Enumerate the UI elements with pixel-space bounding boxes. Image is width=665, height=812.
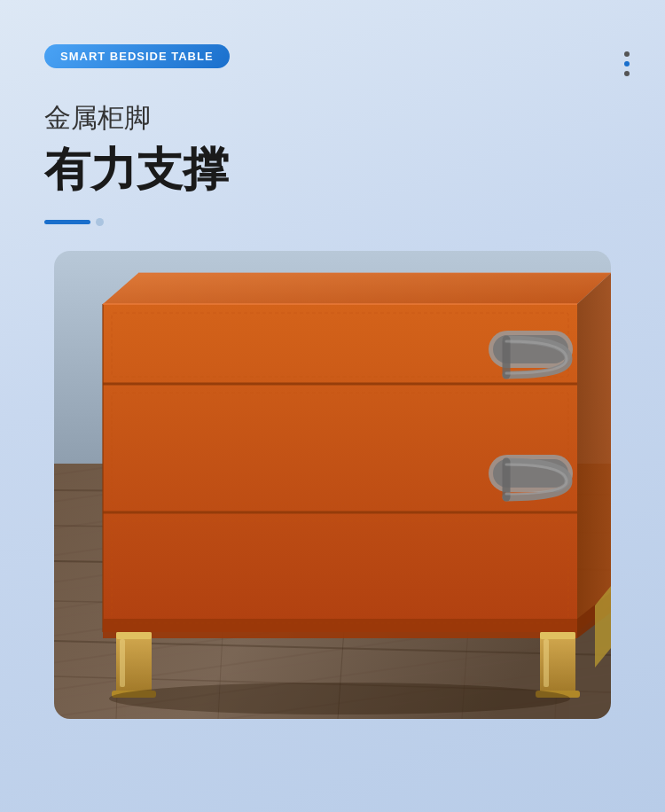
svg-rect-38 xyxy=(540,632,575,639)
svg-point-43 xyxy=(109,683,570,714)
divider-line xyxy=(44,220,90,224)
svg-rect-36 xyxy=(120,639,125,687)
page-container: SMART BEDSIDE TABLE 金属柜脚 有力支撑 xyxy=(0,0,665,812)
main-title: 有力支撑 xyxy=(44,142,621,197)
svg-marker-18 xyxy=(577,273,611,632)
svg-rect-39 xyxy=(544,639,549,687)
divider-dot xyxy=(96,218,104,226)
section-divider xyxy=(44,218,621,226)
svg-rect-32 xyxy=(103,619,577,638)
dot-1 xyxy=(624,51,630,57)
product-badge: SMART BEDSIDE TABLE xyxy=(44,44,230,68)
product-image xyxy=(54,251,611,719)
svg-rect-35 xyxy=(116,632,152,639)
subtitle-text: 金属柜脚 xyxy=(44,100,621,135)
dot-3 xyxy=(624,71,630,76)
more-options-icon[interactable] xyxy=(624,51,630,76)
dot-2 xyxy=(624,61,630,66)
svg-marker-17 xyxy=(103,273,611,304)
